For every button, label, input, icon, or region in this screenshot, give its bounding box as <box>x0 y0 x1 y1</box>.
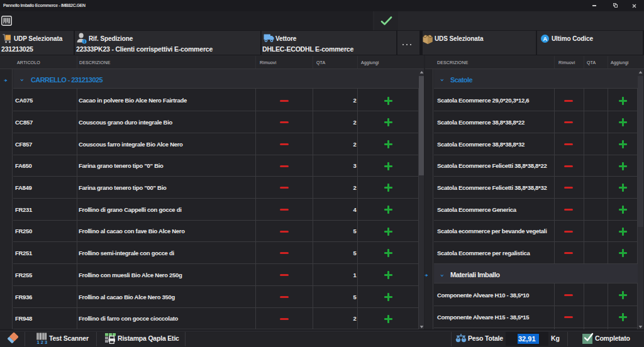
svg-text:1 2 3: 1 2 3 <box>37 339 48 344</box>
